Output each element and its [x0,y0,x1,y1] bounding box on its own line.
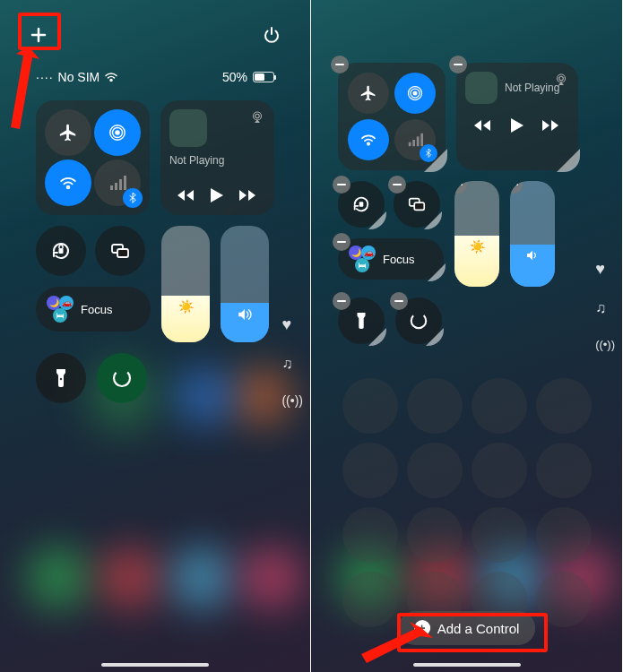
bluetooth-toggle[interactable] [420,144,437,162]
svg-point-23 [559,76,564,81]
screenshot-left: ∙∙∙∙ No SIM 50% [0,0,311,672]
battery-pct: 50% [222,70,247,84]
side-indicators: ♥ ♫ ((•)) [281,315,303,408]
svg-rect-5 [115,183,117,190]
airdrop-toggle[interactable] [394,73,436,114]
svg-point-9 [255,114,260,118]
remove-badge[interactable] [390,292,408,310]
empty-slot[interactable] [536,443,592,498]
remove-badge[interactable] [454,181,467,194]
wifi-toggle[interactable] [45,159,91,206]
home-indicator[interactable] [101,663,209,667]
now-playing-tile[interactable]: Not Playing [456,63,578,170]
remove-badge[interactable] [510,181,523,194]
bluetooth-toggle[interactable] [123,188,143,208]
heart-icon: ♥ [281,315,303,334]
resize-handle[interactable] [424,211,442,229]
airplane-mode-toggle[interactable] [348,73,389,114]
airplay-icon[interactable] [247,108,267,127]
brightness-slider[interactable]: ☀️ [161,226,210,342]
next-track-icon[interactable] [239,189,257,202]
album-art-placeholder [169,109,207,147]
remove-badge[interactable] [333,292,350,310]
focus-button[interactable]: 🌙 🚗 🛏 Focus [36,287,151,332]
svg-point-27 [409,311,428,331]
empty-slot[interactable] [407,378,463,434]
empty-slot[interactable] [407,507,463,563]
remove-badge[interactable] [333,176,350,194]
previous-track-icon[interactable] [474,119,492,132]
svg-point-1 [115,130,120,135]
cellular-toggle[interactable] [394,119,436,160]
resize-handle[interactable] [368,328,386,346]
next-track-icon[interactable] [542,119,560,132]
brightness-slider[interactable]: ☀️ [454,181,499,287]
volume-slider[interactable] [221,226,269,342]
wifi-toggle[interactable] [348,119,389,160]
resize-handle[interactable] [557,149,580,172]
svg-point-13 [60,378,62,380]
empty-slot[interactable] [407,443,463,498]
album-art-placeholder [465,72,498,104]
screenshot-right: Not Playing [311,0,622,672]
svg-rect-21 [420,134,423,146]
empty-slot[interactable] [342,378,398,434]
control-center-edit: Not Playing [338,63,606,355]
play-icon[interactable] [511,118,523,133]
now-playing-tile[interactable]: Not Playing [160,100,274,215]
orientation-lock-toggle[interactable] [36,226,86,276]
now-playing-label: Not Playing [169,154,265,167]
resize-handle[interactable] [368,211,386,229]
screen-mirroring-toggle[interactable] [95,226,145,276]
remove-badge[interactable] [331,56,349,73]
timer-button[interactable] [97,353,147,403]
airplane-mode-toggle[interactable] [45,109,91,156]
svg-rect-6 [119,179,122,190]
svg-point-8 [254,112,262,120]
flashlight-button[interactable] [338,297,385,344]
side-indicators: ♥ ♫ ((•)) [595,260,615,351]
resize-handle[interactable] [426,328,444,346]
remove-badge[interactable] [388,176,406,194]
empty-slot[interactable] [472,507,527,563]
focus-icon: 🌙 🚗 🛏 [349,246,376,272]
empty-slot[interactable] [536,378,592,434]
airplay-icon[interactable] [551,70,571,90]
speaker-icon [525,248,540,263]
remove-badge[interactable] [333,233,350,251]
focus-label: Focus [81,303,112,316]
previous-track-icon[interactable] [177,189,195,202]
remove-badge[interactable] [449,56,467,73]
empty-slot[interactable] [472,443,527,498]
svg-rect-7 [124,176,126,190]
empty-slot[interactable] [342,507,398,563]
connectivity-tile[interactable] [36,100,150,215]
orientation-lock-toggle[interactable] [338,181,385,228]
svg-rect-26 [414,202,424,210]
hotspot-icon: ((•)) [595,338,615,351]
resize-handle[interactable] [428,263,446,281]
empty-slot[interactable] [536,507,592,563]
focus-button[interactable]: 🌙 🚗 🛏 Focus [338,238,444,280]
cellular-toggle[interactable] [94,159,141,206]
airdrop-toggle[interactable] [94,109,141,156]
empty-slot[interactable] [342,443,398,498]
play-icon[interactable] [211,188,223,202]
volume-slider[interactable] [510,181,555,287]
svg-rect-12 [117,249,128,257]
highlight-box-add [18,13,61,50]
svg-rect-24 [359,202,364,207]
focus-icon: 🌙 🚗 🛏 [47,296,74,323]
battery-icon [253,72,274,82]
flashlight-button[interactable] [36,353,86,403]
power-icon[interactable] [258,22,285,48]
annotation-arrow [0,43,50,142]
timer-button[interactable] [395,297,442,344]
connectivity-tile[interactable] [338,63,446,170]
svg-rect-4 [110,185,113,190]
screen-mirroring-toggle[interactable] [394,181,440,228]
empty-slot[interactable] [472,378,527,434]
control-center: Not Playing [0,100,310,414]
carrier-text: No SIM [58,70,100,84]
highlight-box-add-control [397,613,548,652]
